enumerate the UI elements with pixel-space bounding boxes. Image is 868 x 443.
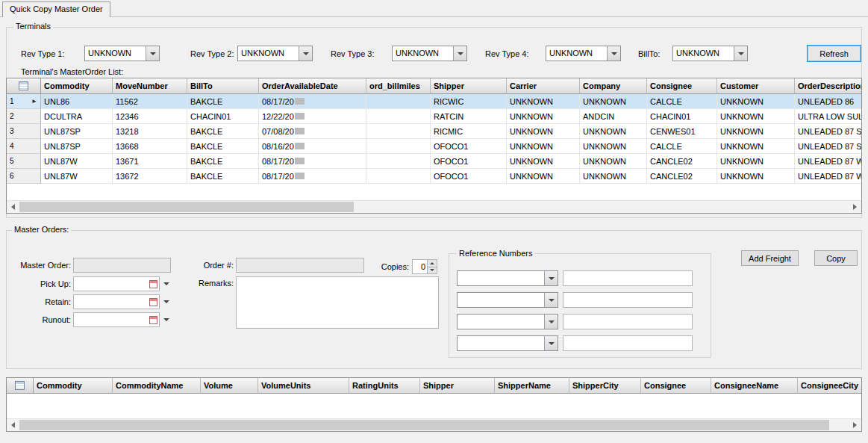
- spin-up-button[interactable]: [428, 260, 437, 267]
- cell-movenumber[interactable]: 13218: [113, 124, 187, 139]
- retain-date-input[interactable]: [74, 297, 147, 306]
- remarks-textarea[interactable]: [236, 276, 439, 329]
- row-selector[interactable]: 4: [7, 139, 41, 154]
- row-selector[interactable]: 6: [7, 169, 41, 184]
- copies-stepper[interactable]: 0: [412, 259, 437, 274]
- pick-up-dropdown-button[interactable]: [160, 276, 172, 291]
- chevron-down-icon[interactable]: [146, 46, 159, 61]
- column-chooser-button[interactable]: [7, 78, 41, 94]
- cell-company[interactable]: UNKNOWN: [580, 169, 647, 184]
- cell-carrier[interactable]: UNKNOWN: [507, 109, 580, 124]
- cell-billto[interactable]: CHACIN01: [187, 109, 259, 124]
- column-header-ord_billmiles[interactable]: ord_billmiles: [366, 78, 431, 94]
- scroll-right-button[interactable]: [849, 201, 861, 213]
- cell-movenumber[interactable]: 13672: [113, 169, 187, 184]
- column-header-shippername[interactable]: ShipperName: [495, 378, 569, 394]
- reference-number-input-1[interactable]: [563, 270, 693, 286]
- column-header-commodityname[interactable]: CommodityName: [113, 378, 201, 394]
- table-row[interactable]: 3UNL87SP13218BAKCLE07/08/20RICMICUNKNOWN…: [7, 124, 861, 139]
- runout-date-field[interactable]: [73, 312, 160, 327]
- cell-orderavailabledate[interactable]: 08/16/20: [259, 139, 366, 154]
- cell-commodity[interactable]: UNL87SP: [41, 124, 113, 139]
- cell-orderdescription[interactable]: ULTRA LOW SULFU: [795, 109, 862, 124]
- column-header-shipper[interactable]: Shipper: [431, 78, 507, 94]
- cell-commodity[interactable]: UNL87W: [41, 154, 113, 169]
- cell-shipper[interactable]: RICWIC: [431, 94, 507, 109]
- chevron-down-icon[interactable]: [734, 46, 747, 61]
- rev-type-1-select[interactable]: UNKNOWN: [84, 46, 160, 61]
- cell-orderavailabledate[interactable]: 12/22/20: [259, 109, 366, 124]
- cell-consignee[interactable]: CANCLE02: [647, 169, 717, 184]
- chevron-down-icon[interactable]: [544, 293, 558, 307]
- column-header-volume[interactable]: Volume: [201, 378, 258, 394]
- rev-type-2-select[interactable]: UNKNOWN: [237, 46, 313, 61]
- scroll-left-button[interactable]: [7, 419, 19, 431]
- pick-up-date-field[interactable]: [73, 276, 160, 291]
- cell-customer[interactable]: UNKNOWN: [717, 109, 795, 124]
- cell-company[interactable]: UNKNOWN: [580, 124, 647, 139]
- cell-orderavailabledate[interactable]: 07/08/20: [259, 124, 366, 139]
- cell-shipper[interactable]: RATCIN: [431, 109, 507, 124]
- cell-customer[interactable]: UNKNOWN: [717, 154, 795, 169]
- rev-type-3-select[interactable]: UNKNOWN: [392, 46, 467, 61]
- column-chooser-button[interactable]: [7, 378, 34, 394]
- column-header-consignee[interactable]: Consignee: [647, 78, 717, 94]
- tab-quick-copy-master-order[interactable]: Quick Copy Master Order: [2, 1, 110, 17]
- reference-type-select-2[interactable]: [457, 292, 558, 308]
- column-header-commodity[interactable]: Commodity: [41, 78, 113, 94]
- cell-ord_billmiles[interactable]: [366, 94, 431, 109]
- cell-consignee[interactable]: CALCLE: [647, 139, 717, 154]
- runout-dropdown-button[interactable]: [160, 312, 172, 327]
- reference-type-select-3[interactable]: [457, 314, 558, 329]
- cell-ord_billmiles[interactable]: [366, 154, 431, 169]
- row-selector[interactable]: 1►: [7, 94, 41, 109]
- chevron-down-icon[interactable]: [544, 336, 558, 350]
- cell-customer[interactable]: UNKNOWN: [717, 94, 795, 109]
- cell-orderdescription[interactable]: UNLEADED 87 WIN: [795, 169, 862, 184]
- refresh-button[interactable]: Refresh: [807, 45, 861, 62]
- scrollbar-thumb[interactable]: [19, 420, 829, 430]
- cell-carrier[interactable]: UNKNOWN: [507, 169, 580, 184]
- scroll-right-button[interactable]: [849, 419, 861, 431]
- cell-orderdescription[interactable]: UNLEADED 87 WIN: [795, 154, 862, 169]
- copy-button[interactable]: Copy: [814, 250, 858, 266]
- pick-up-date-input[interactable]: [74, 279, 147, 288]
- cell-ord_billmiles[interactable]: [366, 169, 431, 184]
- chevron-down-icon[interactable]: [299, 46, 312, 61]
- cell-carrier[interactable]: UNKNOWN: [507, 124, 580, 139]
- cell-movenumber[interactable]: 12346: [113, 109, 187, 124]
- chevron-down-icon[interactable]: [607, 46, 620, 61]
- cell-commodity[interactable]: UNL87W: [41, 169, 113, 184]
- calendar-button[interactable]: [147, 277, 159, 291]
- column-header-orderdescription[interactable]: OrderDescription: [795, 78, 861, 94]
- masterorder-grid-hscrollbar[interactable]: [7, 200, 861, 213]
- cell-orderdescription[interactable]: UNLEADED 87 SPR: [795, 124, 862, 139]
- calendar-button[interactable]: [147, 313, 159, 326]
- table-row[interactable]: 5UNL87W13671BAKCLE08/17/20OFOCO1UNKNOWNU…: [7, 154, 861, 169]
- cell-ord_billmiles[interactable]: [366, 139, 431, 154]
- cell-customer[interactable]: UNKNOWN: [717, 124, 795, 139]
- cell-carrier[interactable]: UNKNOWN: [507, 94, 580, 109]
- column-header-consignee[interactable]: Consignee: [641, 378, 711, 394]
- column-header-ratingunits[interactable]: RatingUnits: [349, 378, 420, 394]
- column-header-company[interactable]: Company: [580, 78, 647, 94]
- cell-commodity[interactable]: UNL86: [41, 94, 113, 109]
- cell-billto[interactable]: BAKCLE: [187, 124, 259, 139]
- cell-commodity[interactable]: DCULTRA: [41, 109, 113, 124]
- calendar-button[interactable]: [147, 295, 159, 309]
- column-header-movenumber[interactable]: MoveNumber: [113, 78, 187, 94]
- chevron-down-icon[interactable]: [453, 46, 466, 61]
- spin-down-button[interactable]: [428, 267, 437, 274]
- cell-commodity[interactable]: UNL87SP: [41, 139, 113, 154]
- table-row[interactable]: 6UNL87W13672BAKCLE08/17/20OFOCO1UNKNOWNU…: [7, 169, 861, 184]
- cell-orderavailabledate[interactable]: 08/17/20: [259, 94, 366, 109]
- cell-shipper[interactable]: OFOCO1: [431, 154, 507, 169]
- scroll-left-button[interactable]: [7, 201, 19, 213]
- cell-shipper[interactable]: RICMIC: [431, 124, 507, 139]
- column-header-volumeunits[interactable]: VolumeUnits: [258, 378, 349, 394]
- column-header-customer[interactable]: Customer: [717, 78, 795, 94]
- cell-orderdescription[interactable]: UNLEADED 87 SPR: [795, 139, 862, 154]
- cell-customer[interactable]: UNKNOWN: [717, 139, 795, 154]
- retain-dropdown-button[interactable]: [160, 294, 172, 309]
- cell-billto[interactable]: BAKCLE: [187, 94, 259, 109]
